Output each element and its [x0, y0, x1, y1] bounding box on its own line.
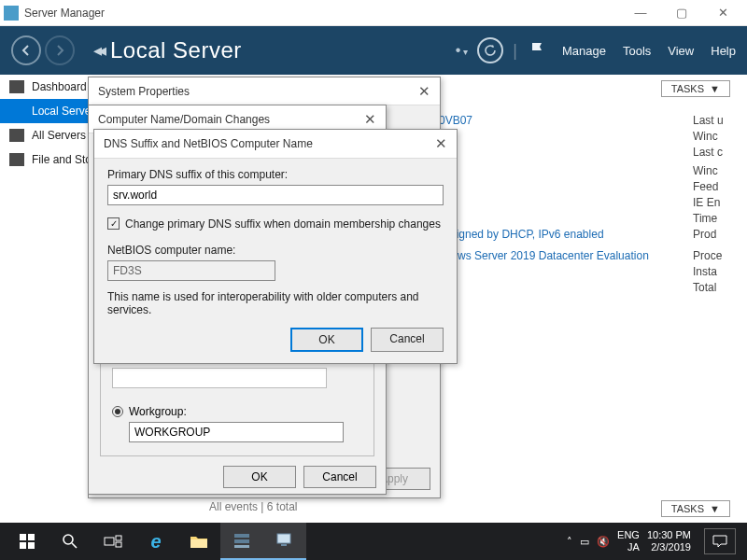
tray-clock[interactable]: 10:30 PM 2/3/2019	[647, 529, 691, 553]
menu-view[interactable]: View	[668, 44, 694, 58]
property-row: Last c	[439, 146, 730, 159]
close-icon[interactable]: ✕	[364, 111, 376, 128]
svg-rect-0	[20, 534, 26, 540]
property-label-fragment: Insta	[693, 265, 730, 278]
refresh-icon	[484, 44, 497, 57]
property-label-fragment: Last u	[693, 114, 730, 127]
tray-chevron-up-icon[interactable]: ˄	[567, 536, 572, 548]
workgroup-radio-label: Workgroup:	[129, 405, 187, 418]
breadcrumb-chevron-icon: ◂◂	[93, 40, 103, 61]
servermanager-icon	[233, 532, 251, 549]
taskbar-taskview-button[interactable]	[92, 523, 134, 560]
property-value[interactable]	[439, 146, 693, 159]
sidebar-item-label: Dashboard	[32, 80, 87, 93]
menu-manage[interactable]: Manage	[562, 44, 606, 58]
taskbar-start-button[interactable]	[6, 523, 49, 560]
tray-sound-icon[interactable]: 🔇	[597, 536, 610, 548]
search-icon	[62, 533, 78, 550]
close-icon[interactable]: ✕	[418, 83, 430, 100]
servers-icon	[9, 129, 24, 142]
tray-network-icon[interactable]: ▭	[580, 536, 589, 548]
netbios-input	[107, 260, 275, 281]
close-icon[interactable]: ✕	[435, 135, 447, 152]
ok-button[interactable]: OK	[290, 328, 363, 352]
refresh-button[interactable]	[477, 37, 503, 63]
taskbar-sysprops-button[interactable]	[263, 523, 306, 560]
property-row: assigned by DHCP, IPv6 enabledProd	[439, 228, 730, 241]
arrow-left-icon	[20, 44, 33, 57]
cancel-button[interactable]: Cancel	[371, 328, 444, 352]
separator: |	[513, 41, 517, 61]
netbios-note: This name is used for interoperability w…	[107, 290, 444, 316]
taskbar-search-button[interactable]	[49, 523, 92, 560]
checkbox-icon: ✓	[107, 217, 120, 230]
property-value[interactable]	[439, 281, 693, 294]
property-value[interactable]	[439, 164, 693, 177]
system-tray: ˄ ▭ 🔇 ENG JA 10:30 PM 2/3/2019	[567, 528, 741, 554]
netbios-label: NetBIOS computer name:	[107, 244, 444, 257]
taskbar-ie-button[interactable]: e	[134, 523, 177, 560]
dropdown-icon[interactable]: •▾	[456, 42, 469, 59]
property-row: IE En	[439, 196, 730, 209]
property-row: Total	[439, 281, 730, 294]
property-label-fragment: IE En	[693, 196, 730, 209]
property-value[interactable]: 0VB07	[439, 114, 693, 127]
nav-forward-button[interactable]	[45, 35, 75, 65]
svg-rect-8	[116, 542, 121, 547]
nav-back-button[interactable]	[11, 35, 41, 65]
property-value[interactable]: ndows Server 2019 Datacenter Evaluation	[439, 249, 693, 262]
property-row: pWinc	[439, 130, 730, 143]
dialog-titlebar[interactable]: System Properties ✕	[89, 77, 440, 105]
dashboard-icon	[9, 80, 24, 93]
dialog-title-text: Computer Name/Domain Changes	[98, 113, 270, 126]
member-of-group: Workgroup:	[100, 357, 374, 456]
window-maximize-button[interactable]: ▢	[661, 0, 702, 26]
property-value[interactable]: l	[439, 265, 693, 278]
tasks-label: TASKS	[671, 83, 704, 94]
tasks-dropdown-top[interactable]: TASKS ▼	[661, 80, 730, 97]
taskbar-servermanager-button[interactable]	[220, 523, 263, 560]
dialog-button-row: OK Cancel	[89, 460, 386, 494]
menu-tools[interactable]: Tools	[623, 44, 651, 58]
svg-rect-11	[234, 539, 249, 543]
tasks-dropdown-bottom[interactable]: TASKS ▼	[661, 500, 730, 517]
taskbar-explorer-button[interactable]	[177, 523, 220, 560]
menu-help[interactable]: Help	[711, 44, 736, 58]
ok-button[interactable]: OK	[223, 466, 296, 488]
storage-icon	[9, 153, 24, 166]
page-title: Local Server	[110, 37, 242, 63]
property-label-fragment: Feed	[693, 180, 730, 193]
window-title: Server Manager	[24, 7, 620, 20]
tray-time: 10:30 PM	[647, 529, 691, 541]
svg-rect-14	[281, 544, 287, 546]
all-events-summary: All events | 6 total	[209, 500, 298, 513]
tray-language[interactable]: ENG JA	[617, 529, 640, 553]
svg-rect-7	[116, 536, 121, 540]
dialog-title-text: System Properties	[98, 85, 190, 98]
change-dns-checkbox[interactable]: ✓Change primary DNS suffix when domain m…	[107, 217, 441, 231]
checkbox-label: Change primary DNS suffix when domain me…	[125, 217, 441, 231]
property-value[interactable]: assigned by DHCP, IPv6 enabled	[439, 228, 693, 241]
property-value[interactable]: p	[439, 130, 693, 143]
dialog-title-text: DNS Suffix and NetBIOS Computer Name	[104, 137, 313, 150]
dialog-titlebar[interactable]: DNS Suffix and NetBIOS Computer Name ✕	[94, 130, 457, 158]
workgroup-input[interactable]	[129, 422, 344, 442]
property-value[interactable]	[439, 180, 693, 193]
svg-line-5	[72, 543, 77, 548]
property-value[interactable]	[439, 212, 693, 225]
notification-icon	[712, 535, 727, 548]
cancel-button[interactable]: Cancel	[303, 466, 376, 488]
property-value[interactable]	[439, 196, 693, 209]
workgroup-radio[interactable]: Workgroup:	[112, 405, 187, 418]
svg-rect-1	[28, 534, 35, 540]
property-label-fragment: Time	[693, 212, 730, 225]
servermanager-app-icon	[4, 6, 19, 21]
svg-rect-10	[234, 534, 249, 538]
window-close-button[interactable]: ✕	[702, 0, 743, 26]
tray-action-center-button[interactable]	[704, 528, 736, 554]
svg-rect-13	[277, 534, 290, 543]
primary-dns-input[interactable]	[107, 185, 444, 205]
window-minimize-button[interactable]: —	[620, 0, 661, 26]
tray-date: 2/3/2019	[651, 541, 691, 553]
notifications-flag-icon[interactable]	[530, 42, 545, 59]
